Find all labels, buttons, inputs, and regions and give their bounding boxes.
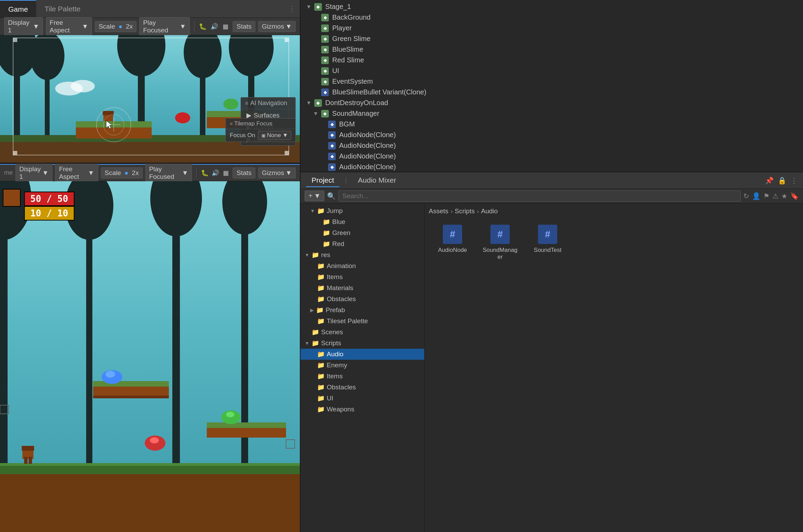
hierarchy-label-15: AudioNode(Clone) bbox=[339, 163, 396, 171]
tab-tile-palette[interactable]: Tile Palette bbox=[36, 0, 89, 18]
hierarchy-label-14: AudioNode(Clone) bbox=[339, 152, 396, 160]
svg-rect-36 bbox=[172, 192, 180, 502]
tilemap-focus-dropdown[interactable]: ▣ None ▼ bbox=[258, 131, 291, 140]
scene-area: ≡ AI Navigation ▶ Surfaces ▶ Agents ▶ Ob… bbox=[0, 35, 300, 163]
hierarchy-item-6[interactable]: ◆UI bbox=[301, 65, 803, 76]
tree-item-6[interactable]: 📁Items bbox=[301, 272, 424, 283]
play-mode-dropdown[interactable]: Play Focused ▼ bbox=[139, 17, 190, 36]
gizmos-dropdown[interactable]: Gizmos ▼ bbox=[258, 21, 296, 32]
star-icon[interactable]: ★ bbox=[781, 192, 787, 200]
game-display-dropdown[interactable]: Display 1 ▼ bbox=[16, 164, 52, 182]
hierarchy-item-8[interactable]: ◆BlueSlimeBullet Variant(Clone) bbox=[301, 87, 803, 98]
game-audio-icon[interactable]: 🔊 bbox=[211, 168, 219, 178]
tab-game[interactable]: Game bbox=[0, 0, 36, 18]
tree-item-8[interactable]: 📁Obstacles bbox=[301, 294, 424, 305]
hierarchy-item-1[interactable]: ◆BackGround bbox=[301, 12, 803, 23]
lock-icon[interactable]: 🔒 bbox=[778, 176, 786, 185]
tilemap-focus-panel: ≡ Tilemap Focus Focus On ▣ None ▼ bbox=[225, 118, 296, 142]
tag-icon[interactable]: 🔖 bbox=[790, 192, 799, 200]
hierarchy-item-12[interactable]: ◆AudioNode(Clone) bbox=[301, 130, 803, 140]
audio-icon[interactable]: 🔊 bbox=[210, 22, 218, 31]
add-button[interactable]: + ▼ bbox=[305, 191, 324, 201]
hierarchy-item-3[interactable]: ◆Green Slime bbox=[301, 33, 803, 44]
tree-item-13[interactable]: 📁Audio bbox=[301, 349, 424, 360]
tree-item-9[interactable]: ▶📁Prefab bbox=[301, 305, 424, 316]
hierarchy-item-14[interactable]: ◆AudioNode(Clone) bbox=[301, 151, 803, 162]
hierarchy-item-5[interactable]: ◆Red Slime bbox=[301, 55, 803, 65]
game-toolbar: me Display 1 ▼ Free Aspect ▼ Scale ● 2x … bbox=[0, 164, 300, 181]
tree-item-4[interactable]: ▼📁res bbox=[301, 249, 424, 260]
tree-item-16[interactable]: 📁Obstacles bbox=[301, 382, 424, 393]
tree-item-17[interactable]: 📁UI bbox=[301, 393, 424, 404]
tree-item-18[interactable]: 📁Weapons bbox=[301, 404, 424, 415]
tree-label-12: Scripts bbox=[321, 339, 341, 347]
svg-point-49 bbox=[105, 371, 115, 378]
stats-button[interactable]: Stats bbox=[233, 21, 255, 32]
tab-options-icon[interactable]: ⋮ bbox=[284, 4, 300, 13]
tree-label-2: Green bbox=[332, 229, 350, 237]
tree-item-7[interactable]: 📁Materials bbox=[301, 283, 424, 294]
hierarchy-item-9[interactable]: ▼◆DontDestroyOnLoad bbox=[301, 98, 803, 108]
file-item-0[interactable]: # AudioNode bbox=[430, 221, 475, 264]
mute-icon[interactable]: 🐛 bbox=[199, 22, 207, 31]
svg-rect-30 bbox=[13, 151, 17, 155]
hierarchy-item-7[interactable]: ◆EventSystem bbox=[301, 76, 803, 87]
warning-icon[interactable]: ⚠ bbox=[772, 192, 779, 200]
h-icon-9: ◆ bbox=[314, 99, 322, 107]
tree-item-3[interactable]: 📁Red bbox=[301, 238, 424, 249]
grid-icon[interactable]: ▦ bbox=[221, 22, 230, 31]
hierarchy-item-0[interactable]: ▼◆Stage_1 bbox=[301, 1, 803, 12]
hierarchy-label-0: Stage_1 bbox=[325, 3, 351, 11]
pin-icon[interactable]: 📌 bbox=[765, 176, 774, 185]
tree-item-2[interactable]: 📁Green bbox=[301, 227, 424, 238]
hierarchy-label-10: SoundManager bbox=[332, 110, 379, 117]
game-play-mode-dropdown[interactable]: Play Focused ▼ bbox=[145, 164, 192, 182]
game-gizmos-dropdown[interactable]: Gizmos ▼ bbox=[258, 167, 296, 178]
hierarchy-item-11[interactable]: ◆BGM bbox=[301, 119, 803, 130]
game-toolbar-sep bbox=[196, 168, 196, 178]
hierarchy-item-2[interactable]: ◆Player bbox=[301, 23, 803, 33]
h-icon-12: ◆ bbox=[328, 131, 336, 139]
game-mute-icon[interactable]: 🐛 bbox=[201, 168, 209, 178]
person-icon[interactable]: 👤 bbox=[752, 192, 761, 200]
game-aspect-dropdown[interactable]: Free Aspect ▼ bbox=[55, 164, 98, 182]
game-grid-icon[interactable]: ▦ bbox=[222, 168, 230, 178]
file-tree-list: ▼📁Jump📁Blue📁Green📁Red▼📁res📁Animation📁Ite… bbox=[301, 205, 424, 415]
file-item-1[interactable]: # SoundManager bbox=[478, 221, 522, 264]
tab-project[interactable]: Project bbox=[306, 174, 339, 187]
display-dropdown[interactable]: Display 1 ▼ bbox=[4, 17, 43, 36]
hierarchy-item-10[interactable]: ▼◆SoundManager bbox=[301, 108, 803, 119]
aspect-dropdown[interactable]: Free Aspect ▼ bbox=[46, 17, 92, 36]
tab-audio-mixer[interactable]: Audio Mixer bbox=[353, 174, 402, 187]
game-stats-button[interactable]: Stats bbox=[233, 167, 255, 178]
tree-item-12[interactable]: ▼📁Scripts bbox=[301, 338, 424, 349]
tree-item-11[interactable]: 📁Scenes bbox=[301, 327, 424, 338]
tree-item-0[interactable]: ▼📁Jump bbox=[301, 205, 424, 216]
scene-toolbar: Display 1 ▼ Free Aspect ▼ Scale ● 2x Pla… bbox=[0, 18, 300, 35]
scale-control[interactable]: Scale ● 2x bbox=[95, 21, 136, 32]
tree-label-6: Items bbox=[327, 273, 343, 281]
tree-item-1[interactable]: 📁Blue bbox=[301, 216, 424, 227]
options-icon[interactable]: ⋮ bbox=[791, 176, 797, 185]
svg-rect-29 bbox=[285, 38, 289, 42]
tree-item-14[interactable]: 📁Enemy bbox=[301, 360, 424, 371]
hierarchy-item-15[interactable]: ◆AudioNode(Clone) bbox=[301, 162, 803, 172]
hierarchy-label-3: Green Slime bbox=[332, 35, 370, 43]
h-icon-10: ◆ bbox=[321, 110, 329, 117]
search-icon[interactable]: 🔍 bbox=[327, 192, 336, 200]
file-item-2[interactable]: # SoundTest bbox=[525, 221, 570, 264]
game-label: me bbox=[4, 169, 13, 176]
project-body: ▼📁Jump📁Blue📁Green📁Red▼📁res📁Animation📁Ite… bbox=[301, 203, 803, 532]
flag-icon[interactable]: ⚑ bbox=[763, 192, 770, 200]
tree-item-10[interactable]: 📁Tileset Palette bbox=[301, 316, 424, 327]
tree-item-15[interactable]: 📁Items bbox=[301, 371, 424, 382]
search-input[interactable] bbox=[338, 191, 741, 202]
game-area: 50 / 50 10 / 10 bbox=[0, 181, 300, 532]
game-scale-control[interactable]: Scale ● 2x bbox=[101, 167, 143, 178]
h-icon-11: ◆ bbox=[328, 121, 336, 128]
svg-rect-57 bbox=[29, 457, 32, 464]
tree-item-5[interactable]: 📁Animation bbox=[301, 260, 424, 272]
refresh-icon[interactable]: ↻ bbox=[743, 192, 749, 200]
hierarchy-item-4[interactable]: ◆BlueSlime bbox=[301, 44, 803, 55]
hierarchy-item-13[interactable]: ◆AudioNode(Clone) bbox=[301, 140, 803, 151]
